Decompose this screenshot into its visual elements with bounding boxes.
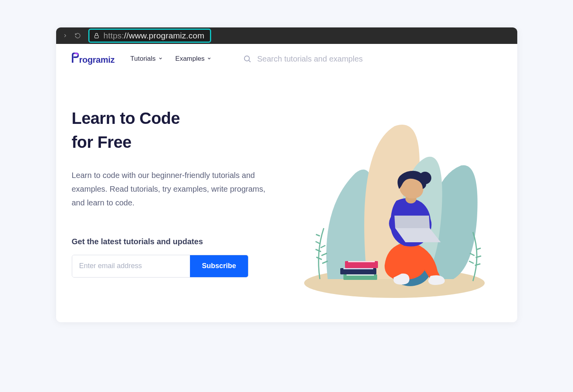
search-input[interactable] xyxy=(257,54,501,64)
hero-section: Learn to Code for Free Learn to code wit… xyxy=(56,71,517,322)
svg-point-1 xyxy=(245,56,250,61)
hero-title-line: Learn to Code xyxy=(72,109,180,127)
nav-tutorials[interactable]: Tutorials xyxy=(130,55,163,63)
lock-icon xyxy=(93,33,100,39)
logo[interactable]: rogramiz xyxy=(72,53,115,65)
svg-rect-9 xyxy=(348,261,375,262)
signup-form: Subscribe xyxy=(72,255,248,278)
svg-rect-0 xyxy=(95,35,98,38)
svg-rect-7 xyxy=(343,268,373,269)
chevron-down-icon xyxy=(207,55,212,63)
hero-description: Learn to code with our beginner-friendly… xyxy=(72,169,276,210)
refresh-button[interactable] xyxy=(73,31,83,41)
browser-toolbar: https://www.programiz.com xyxy=(56,27,517,44)
search xyxy=(243,54,501,64)
chevron-down-icon xyxy=(158,55,163,63)
main-nav: Tutorials Examples xyxy=(130,55,212,63)
logo-mark-icon xyxy=(72,53,79,63)
hero-illustration-wrap xyxy=(288,107,502,299)
nav-item-label: Tutorials xyxy=(130,55,156,63)
subscribe-button[interactable]: Subscribe xyxy=(190,255,248,277)
site-header: rogramiz Tutorials Examples xyxy=(56,44,517,71)
hero-title: Learn to Code for Free xyxy=(72,107,276,154)
nav-item-label: Examples xyxy=(175,55,205,63)
svg-point-13 xyxy=(419,172,431,184)
hero-copy: Learn to Code for Free Learn to code wit… xyxy=(72,107,276,299)
logo-text: rogramiz xyxy=(79,55,115,65)
svg-rect-5 xyxy=(347,274,374,276)
address-bar[interactable]: https://www.programiz.com xyxy=(88,29,211,43)
hero-illustration xyxy=(296,111,493,299)
page-content: rogramiz Tutorials Examples xyxy=(56,44,517,322)
email-input[interactable] xyxy=(72,255,190,277)
search-icon xyxy=(243,54,252,63)
signup-heading: Get the latest tutorials and updates xyxy=(72,237,276,246)
url-text: https://www.programiz.com xyxy=(104,31,204,40)
forward-button[interactable] xyxy=(60,31,70,41)
nav-examples[interactable]: Examples xyxy=(175,55,212,63)
hero-title-line: for Free xyxy=(72,133,131,151)
browser-window: https://www.programiz.com rogramiz Tutor… xyxy=(56,27,517,322)
